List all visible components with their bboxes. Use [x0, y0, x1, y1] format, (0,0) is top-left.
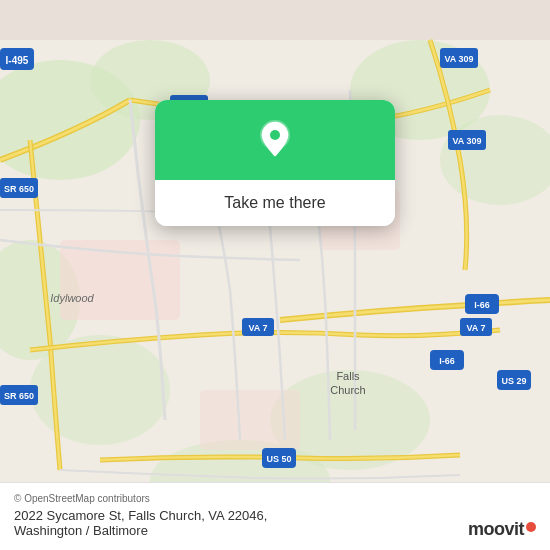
svg-point-40: [270, 130, 280, 140]
popup-icon-area: [155, 100, 395, 180]
popup-card: Take me there: [155, 100, 395, 226]
moovit-logo-dot: [526, 522, 536, 532]
svg-text:US 50: US 50: [266, 454, 291, 464]
moovit-logo-text: moovit: [468, 519, 524, 540]
address-line1: 2022 Sycamore St, Falls Church, VA 22046…: [14, 508, 536, 523]
svg-text:VA 7: VA 7: [248, 323, 267, 333]
bottom-bar: © OpenStreetMap contributors 2022 Sycamo…: [0, 482, 550, 550]
svg-text:Falls: Falls: [336, 370, 360, 382]
svg-text:Church: Church: [330, 384, 365, 396]
svg-text:VA 309: VA 309: [452, 136, 481, 146]
svg-text:I-66: I-66: [439, 356, 455, 366]
copyright-text: © OpenStreetMap contributors: [14, 493, 536, 504]
svg-text:SR 650: SR 650: [4, 184, 34, 194]
address-line2: Washington / Baltimore: [14, 523, 536, 538]
svg-text:SR 650: SR 650: [4, 391, 34, 401]
map-background: I-495 VA 267 VA 309 VA 309 SR 650 VA 7 V…: [0, 0, 550, 550]
svg-text:VA 7: VA 7: [466, 323, 485, 333]
svg-text:Idylwood: Idylwood: [50, 292, 94, 304]
svg-text:I-495: I-495: [6, 55, 29, 66]
svg-text:I-66: I-66: [474, 300, 490, 310]
location-pin-icon: [255, 120, 295, 160]
svg-text:VA 309: VA 309: [444, 54, 473, 64]
moovit-logo: moovit: [468, 519, 536, 540]
svg-text:US 29: US 29: [501, 376, 526, 386]
map-container: I-495 VA 267 VA 309 VA 309 SR 650 VA 7 V…: [0, 0, 550, 550]
take-me-there-button[interactable]: Take me there: [155, 180, 395, 226]
